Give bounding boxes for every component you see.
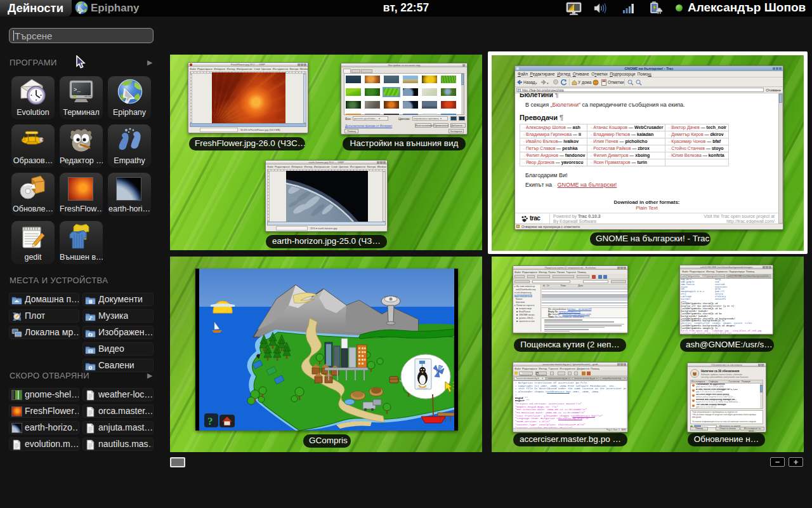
svg-text:>_: >_ bbox=[74, 87, 81, 93]
svg-text:?: ? bbox=[207, 415, 213, 427]
